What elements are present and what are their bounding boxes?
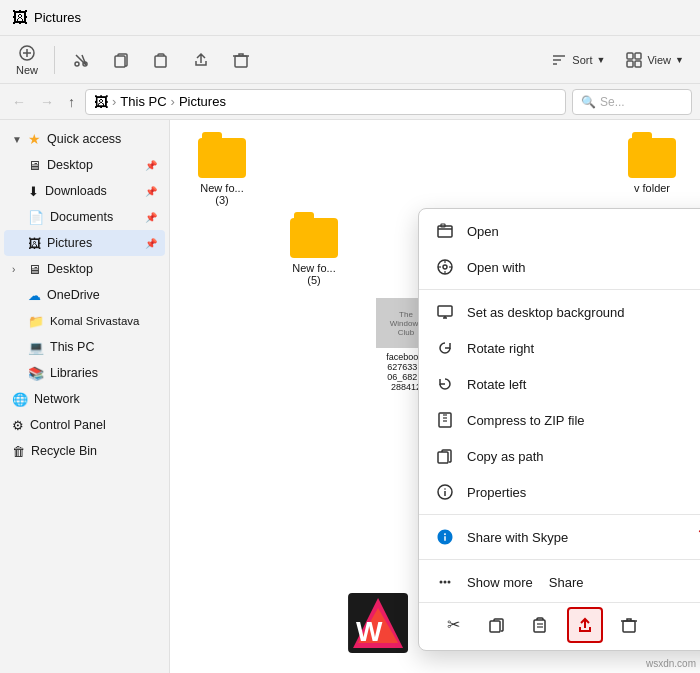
sidebar-label-network: Network: [34, 392, 80, 406]
copy-path-icon: [435, 446, 455, 466]
sidebar-label-komal: Komal Srivastava: [50, 315, 139, 327]
sidebar-item-onedrive[interactable]: ☁ OneDrive: [4, 282, 165, 308]
wsxdn-watermark: wsxdn.com: [646, 658, 696, 669]
menu-label-open-with: Open with: [467, 260, 526, 275]
sidebar-item-pictures[interactable]: 🖼 Pictures 📌: [4, 230, 165, 256]
file-item-folder2[interactable]: New fo...(5): [274, 212, 354, 398]
menu-item-rotate-right[interactable]: Rotate right: [419, 330, 700, 366]
toolbar-right: Sort ▼ View ▼: [542, 47, 692, 73]
delete-button[interactable]: [223, 47, 259, 73]
control-panel-icon: ⚙: [12, 418, 24, 433]
sidebar-item-downloads[interactable]: ⬇ Downloads 📌: [4, 178, 165, 204]
mini-cut-button[interactable]: ✂: [435, 607, 471, 643]
sidebar-item-komal[interactable]: 📁 Komal Srivastava: [4, 308, 165, 334]
menu-item-open-with[interactable]: Open with ›: [419, 249, 700, 285]
menu-label-show-more: Show more: [467, 575, 533, 590]
sidebar-label-recycle-bin: Recycle Bin: [31, 444, 97, 458]
recycle-bin-icon: 🗑: [12, 444, 25, 459]
menu-item-skype[interactable]: Share with Skype: [419, 519, 700, 555]
file-label-folder3: v folder: [634, 182, 670, 194]
share-button[interactable]: [183, 47, 219, 73]
copy-button[interactable]: [103, 47, 139, 73]
paste-button[interactable]: [143, 47, 179, 73]
menu-separator-2: [419, 514, 700, 515]
folder-icon-1: [198, 138, 246, 178]
open-icon: [435, 221, 455, 241]
sidebar-label-quick-access: Quick access: [47, 132, 121, 146]
cut-button[interactable]: [63, 47, 99, 73]
pin-icon-documents: 📌: [145, 212, 157, 223]
menu-item-copy-path[interactable]: Copy as path: [419, 438, 700, 474]
show-more-icon: [435, 572, 455, 592]
svg-rect-39: [534, 620, 545, 632]
file-item-folder1[interactable]: New fo...(3): [182, 132, 262, 398]
desktop2-icon: 🖥: [28, 262, 41, 277]
sidebar-item-thispc[interactable]: 💻 This PC: [4, 334, 165, 360]
search-icon: 🔍: [581, 95, 596, 109]
menu-item-desktop-bg[interactable]: Set as desktop background: [419, 294, 700, 330]
expand-arrow-desktop2: ›: [12, 264, 22, 275]
sidebar-item-recycle-bin[interactable]: 🗑 Recycle Bin: [4, 438, 165, 464]
content-area: New fo...(3) New fo...(5) TheWindowsClub…: [170, 120, 700, 673]
back-button[interactable]: ←: [8, 90, 30, 114]
rotate-right-icon: [435, 338, 455, 358]
open-with-icon: [435, 257, 455, 277]
sidebar-label-desktop: Desktop: [47, 158, 93, 172]
view-button[interactable]: View ▼: [617, 47, 692, 73]
breadcrumb-icon: 🖼: [94, 94, 108, 110]
svg-rect-24: [438, 306, 452, 316]
mini-share-button[interactable]: [567, 607, 603, 643]
svg-rect-5: [115, 56, 125, 67]
sidebar-item-desktop[interactable]: 🖥 Desktop 📌: [4, 152, 165, 178]
mini-delete-button[interactable]: [611, 607, 647, 643]
menu-item-rotate-left[interactable]: Rotate left: [419, 366, 700, 402]
new-button[interactable]: New: [8, 40, 46, 80]
menu-label-properties: Properties: [467, 485, 526, 500]
sort-button[interactable]: Sort ▼: [542, 47, 613, 73]
svg-rect-12: [627, 53, 633, 59]
menu-item-compress[interactable]: Compress to ZIP file: [419, 402, 700, 438]
sidebar-label-downloads: Downloads: [45, 184, 107, 198]
sidebar-item-quick-access[interactable]: ▼ ★ Quick access: [4, 126, 165, 152]
svg-rect-42: [623, 621, 635, 632]
folder-icon-komal: 📁: [28, 314, 44, 329]
svg-point-19: [443, 265, 447, 269]
downloads-icon: ⬇: [28, 184, 39, 199]
sidebar: ▼ ★ Quick access 🖥 Desktop 📌 ⬇ Downloads…: [0, 120, 170, 673]
menu-item-show-more[interactable]: Show more Share Shift+F10: [419, 564, 700, 600]
menu-label-desktop-bg: Set as desktop background: [467, 305, 625, 320]
sidebar-item-documents[interactable]: 📄 Documents 📌: [4, 204, 165, 230]
sidebar-item-desktop2[interactable]: › 🖥 Desktop: [4, 256, 165, 282]
sidebar-item-libraries[interactable]: 📚 Libraries: [4, 360, 165, 386]
menu-item-open[interactable]: Open Enter: [419, 213, 700, 249]
file-label-folder1: New fo...(3): [200, 182, 243, 206]
svg-point-35: [440, 581, 443, 584]
sidebar-item-control-panel[interactable]: ⚙ Control Panel: [4, 412, 165, 438]
svg-rect-16: [438, 226, 452, 237]
breadcrumb-part-1: This PC: [120, 94, 166, 109]
cut-icon: [72, 51, 90, 69]
breadcrumb[interactable]: 🖼 › This PC › Pictures: [85, 89, 566, 115]
mini-copy-button[interactable]: [479, 607, 515, 643]
search-placeholder: Se...: [600, 95, 625, 109]
menu-label-open: Open: [467, 224, 499, 239]
svg-point-36: [444, 581, 447, 584]
svg-point-37: [448, 581, 451, 584]
menu-label-share: Share: [549, 575, 584, 590]
search-box[interactable]: 🔍 Se...: [572, 89, 692, 115]
folder-icon-2: [290, 218, 338, 258]
onedrive-icon: ☁: [28, 288, 41, 303]
menu-item-properties[interactable]: Properties Alt+Enter: [419, 474, 700, 510]
mini-paste-button[interactable]: [523, 607, 559, 643]
folder-icon-3: [628, 138, 676, 178]
file-label-folder2: New fo...(5): [292, 262, 335, 286]
expand-arrow-quick-access: ▼: [12, 134, 22, 145]
forward-button[interactable]: →: [36, 90, 58, 114]
toolbar-separator-1: [54, 46, 55, 74]
file-item-folder3[interactable]: v folder: [612, 132, 692, 200]
properties-icon: [435, 482, 455, 502]
watermark-logo: W: [348, 593, 408, 653]
skype-icon: [435, 527, 455, 547]
sidebar-item-network[interactable]: 🌐 Network: [4, 386, 165, 412]
up-button[interactable]: ↑: [64, 90, 79, 114]
